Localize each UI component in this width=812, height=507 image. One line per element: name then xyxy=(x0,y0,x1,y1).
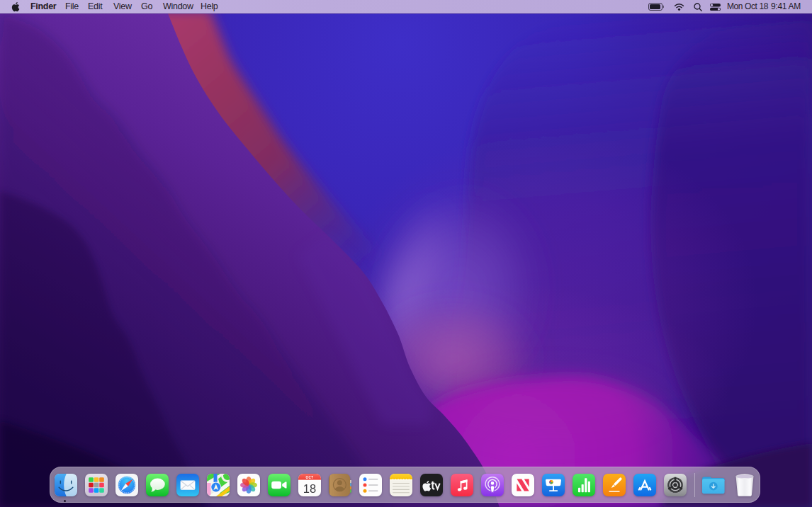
svg-text:OCT: OCT xyxy=(306,475,314,479)
svg-text:18: 18 xyxy=(303,482,316,495)
